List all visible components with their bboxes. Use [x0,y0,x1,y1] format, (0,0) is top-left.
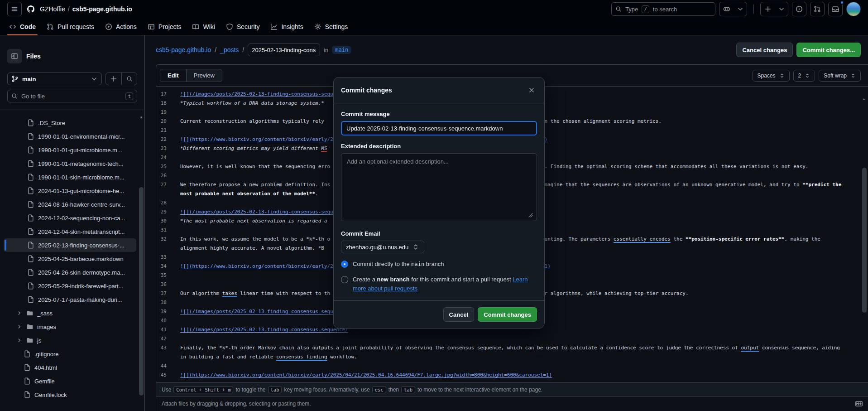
line-number: 22 [156,135,180,144]
file-icon [27,228,34,235]
commit-changes-header-button[interactable]: Commit changes... [796,43,861,57]
tab-preview[interactable]: Preview [187,69,222,82]
plus-icon [764,5,772,13]
line-number: 31 [156,226,180,235]
tab-security[interactable]: Security [221,18,265,35]
dialog-commit-button[interactable]: Commit changes [478,307,537,322]
tree-file-404-html[interactable]: 404.html [4,361,136,374]
line-number: 44 [156,362,180,371]
new-branch-option[interactable]: Create a new branch for this commit and … [341,275,537,293]
filename-input[interactable] [248,44,320,56]
editor-select-soft-wrap[interactable]: Soft wrap [819,70,861,82]
branch-badge: main [332,46,351,54]
tree-folder-js[interactable]: js [4,334,136,347]
global-header: GZHoffie / csb5-page.github.io Type / to… [0,0,868,18]
tree-file-2025-05-29-indrik-farewell-part-[interactable]: 2025-05-29-indrik-farewell-part... [4,279,136,293]
sidebar-divider [0,110,144,110]
tab-projects[interactable]: Projects [142,18,187,35]
tree-file-2025-02-13-finding-consensus-[interactable]: 2025-02-13-finding-consensus-... [4,238,136,252]
tree-item-label: 404.html [34,364,57,371]
tree-folder--sass[interactable]: _sass [4,306,136,320]
breadcrumb-folder-link[interactable]: _posts [220,46,239,53]
tree-file-2025-04-26-skin-dermotype-ma-[interactable]: 2025-04-26-skin-dermotype.ma... [4,266,136,279]
hint-text: then [388,387,399,393]
line-number: 34 [156,262,180,271]
repo-link[interactable]: csb5-page.github.io [72,5,132,13]
copilot-button[interactable] [719,2,734,16]
new-file-button[interactable] [106,73,121,85]
editor-select-2[interactable]: 2 [793,70,815,82]
tree-file--gitignore[interactable]: .gitignore [4,347,136,361]
dialog-close-button[interactable] [526,85,537,96]
tree-item-label: Gemfile.lock [34,392,67,398]
tab-insights[interactable]: Insights [265,18,308,35]
tree-file-2024-01-13-gut-microbiome-he-[interactable]: 2024-01-13-gut-microbiome-he... [4,184,136,198]
tab-actions[interactable]: Actions [100,18,142,35]
tree-item-label: 2025-04-25-barbecue.markdown [38,256,124,262]
scroll-up-arrow-icon[interactable]: ▲ [139,115,143,119]
tree-file-2025-04-25-barbecue-markdown[interactable]: 2025-04-25-barbecue.markdown [4,252,136,266]
commit-direct-option[interactable]: Commit directly to the main branch [341,260,537,269]
file-icon [27,133,34,140]
arrow-switch-icon [805,73,810,78]
tree-file-1990-01-01-environmental-micr-[interactable]: 1990-01-01-environmental-micr... [4,130,136,143]
tree-file-gemfile[interactable]: Gemfile [4,374,136,388]
editor-select-spaces[interactable]: Spaces [753,70,790,82]
branch-selector[interactable]: main [7,73,102,85]
tree-file-1990-01-01-gut-microbiome-m-[interactable]: 1990-01-01-gut-microbiome.m... [4,143,136,157]
tab-wiki[interactable]: Wiki [187,18,220,35]
tree-file-2024-12-04-skin-metatranscript-[interactable]: 2024-12-04-skin-metatranscript... [4,225,136,238]
radio-checked-icon[interactable] [341,261,348,268]
editor-scrollbar-thumb[interactable] [862,168,867,313]
global-search-input[interactable]: Type / to search [611,2,715,16]
hamburger-menu-button[interactable] [7,2,22,16]
search-tree-button[interactable] [121,73,137,85]
resize-grip-icon[interactable] [528,213,535,220]
tree-file-2024-08-16-hawker-centre-surv-[interactable]: 2024-08-16-hawker-centre-surv... [4,198,136,211]
accessibility-hint-bar: Use Control + Shift + m to toggle the ta… [156,382,868,396]
avatar[interactable] [846,2,861,16]
collapse-sidebar-button[interactable] [7,49,22,63]
attach-files-bar[interactable]: Attach files by dragging & dropping, sel… [156,396,868,411]
tree-file-2025-07-17-pasta-making-duri-[interactable]: 2025-07-17-pasta-making-duri... [4,293,136,306]
arrow-switch-icon [412,243,419,251]
line-number: 17 [156,90,180,99]
go-to-file-input[interactable]: Go to file t [7,90,137,102]
new-branch-label: Create a new branch for this commit and … [353,275,537,293]
cancel-changes-button[interactable]: Cancel changes [736,43,793,57]
breadcrumb-repo-link[interactable]: csb5-page.github.io [156,46,211,53]
github-logo-icon[interactable] [27,5,34,13]
commit-email-select[interactable]: zhenhao.gu@u.nus.edu [341,241,424,253]
arrow-switch-icon [850,73,856,78]
line-number: 19 [156,108,180,117]
copilot-dropdown-button[interactable] [734,2,747,16]
tree-item-label: 2024-12-02-sequencing-non-ca... [38,215,125,222]
tab-settings[interactable]: Settings [309,18,354,35]
create-new-dropdown-button[interactable] [775,2,788,16]
tab-pull-requests[interactable]: Pull requests [41,18,100,35]
tab-code[interactable]: Code [4,18,41,35]
radio-unchecked-icon[interactable] [341,276,348,283]
search-icon [615,6,622,12]
line-number: 37 [156,289,180,298]
line-number: 36 [156,280,180,289]
file-icon [27,242,34,249]
dialog-cancel-button[interactable]: Cancel [443,307,475,322]
scroll-up-arrow-icon[interactable]: ▲ [862,97,866,101]
file-icon [24,350,31,358]
tree-file-gemfile-lock[interactable]: Gemfile.lock [4,388,136,401]
tree-item-label: 2024-08-16-hawker-centre-surv... [38,201,125,208]
tree-file--ds-store[interactable]: .DS_Store [4,116,136,130]
create-new-button[interactable] [761,2,775,16]
tree-file-2024-12-02-sequencing-non-ca-[interactable]: 2024-12-02-sequencing-non-ca... [4,211,136,225]
sidebar-scrollbar-thumb[interactable] [139,187,144,396]
issues-button[interactable] [792,2,806,16]
tab-edit[interactable]: Edit [160,69,187,82]
tree-file-1990-01-01-skin-microbiome-m-[interactable]: 1990-01-01-skin-microbiome.m... [4,170,136,184]
pull-requests-button[interactable] [810,2,825,16]
extended-description-textarea[interactable] [341,153,537,221]
owner-link[interactable]: GZHoffie [40,5,65,13]
commit-message-input[interactable] [341,121,537,135]
tree-folder-images[interactable]: images [4,320,136,334]
tree-file-1990-01-01-metagenomic-tech-[interactable]: 1990-01-01-metagenomic-tech... [4,157,136,170]
